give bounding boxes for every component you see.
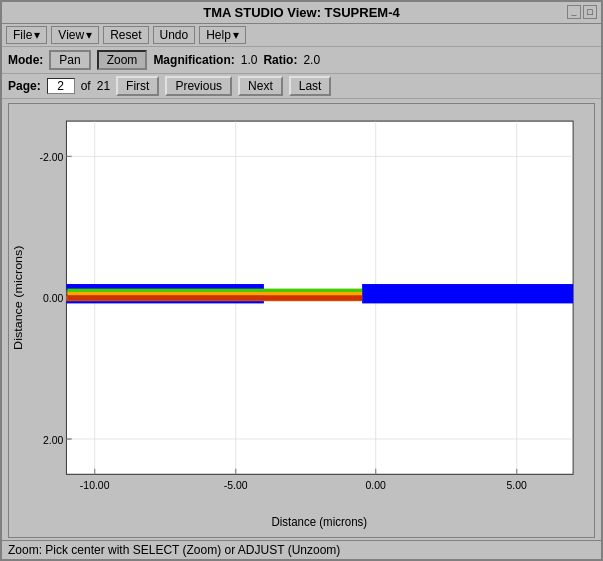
page-row: Page: of 21 First Previous Next Last: [2, 74, 601, 99]
zoom-button[interactable]: Zoom: [97, 50, 148, 70]
next-button[interactable]: Next: [238, 76, 283, 96]
svg-rect-34: [68, 295, 363, 300]
view-menu[interactable]: View ▾: [51, 26, 99, 44]
main-window: TMA STUDIO View: TSUPREM-4 _ □ File ▾ Vi…: [0, 0, 603, 561]
page-total: 21: [97, 79, 110, 93]
svg-text:Distance (microns): Distance (microns): [11, 246, 24, 350]
magnification-label: Magnification:: [153, 53, 234, 67]
svg-text:-5.00: -5.00: [224, 479, 248, 492]
svg-text:2.00: 2.00: [43, 433, 63, 446]
page-label: Page:: [8, 79, 41, 93]
reset-button[interactable]: Reset: [103, 26, 148, 44]
menu-bar: File ▾ View ▾ Reset Undo Help ▾: [2, 24, 601, 47]
svg-text:-2.00: -2.00: [40, 151, 64, 164]
previous-button[interactable]: Previous: [165, 76, 232, 96]
svg-rect-26: [362, 284, 573, 303]
magnification-value: 1.0: [241, 53, 258, 67]
undo-button[interactable]: Undo: [153, 26, 196, 44]
status-text: Zoom: Pick center with SELECT (Zoom) or …: [8, 543, 340, 557]
chart-svg: Distance (microns) Distance (microns) -2…: [9, 104, 594, 537]
svg-text:Distance (microns): Distance (microns): [271, 514, 367, 529]
mode-label: Mode:: [8, 53, 43, 67]
page-separator: of: [81, 79, 91, 93]
svg-text:0.00: 0.00: [43, 292, 63, 305]
help-menu[interactable]: Help ▾: [199, 26, 246, 44]
last-button[interactable]: Last: [289, 76, 332, 96]
ratio-label: Ratio:: [263, 53, 297, 67]
first-button[interactable]: First: [116, 76, 159, 96]
chart-area: Distance (microns) Distance (microns) -2…: [8, 103, 595, 538]
svg-text:5.00: 5.00: [507, 479, 527, 492]
minimize-button[interactable]: _: [567, 5, 581, 19]
svg-rect-33: [68, 292, 363, 295]
svg-text:0.00: 0.00: [366, 479, 386, 492]
pan-button[interactable]: Pan: [49, 50, 90, 70]
toolbar-row: Mode: Pan Zoom Magnification: 1.0 Ratio:…: [2, 47, 601, 74]
svg-text:-10.00: -10.00: [80, 479, 110, 492]
file-menu[interactable]: File ▾: [6, 26, 47, 44]
title-bar: TMA STUDIO View: TSUPREM-4 _ □: [2, 2, 601, 24]
status-bar: Zoom: Pick center with SELECT (Zoom) or …: [2, 540, 601, 559]
window-title: TMA STUDIO View: TSUPREM-4: [203, 5, 399, 20]
ratio-value: 2.0: [303, 53, 320, 67]
maximize-button[interactable]: □: [583, 5, 597, 19]
svg-rect-32: [68, 289, 363, 292]
page-input[interactable]: [47, 78, 75, 94]
